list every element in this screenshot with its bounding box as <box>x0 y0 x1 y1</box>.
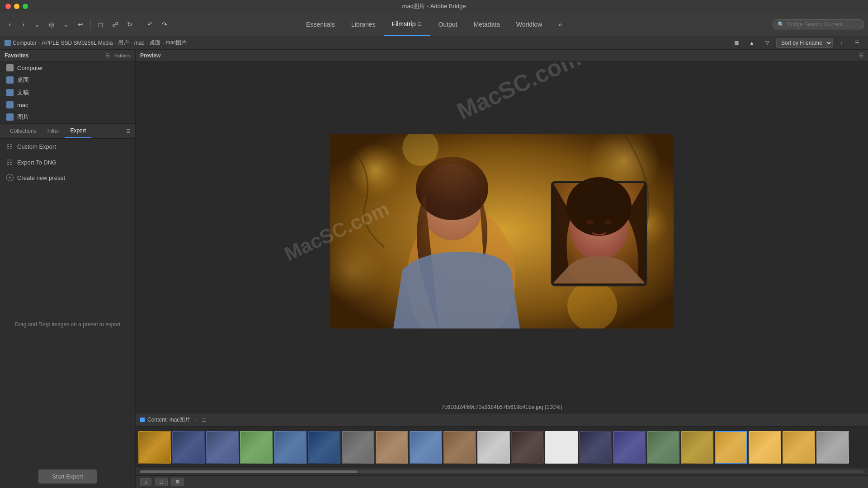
thumb-1[interactable] <box>138 431 171 464</box>
breadcrumb-controls: ▩ ▲ ▽ Sort by Filename ↑ ☰ <box>730 37 863 49</box>
filmstrip-menu-icon[interactable]: ☰ <box>417 21 422 27</box>
thumb-6[interactable] <box>308 431 340 464</box>
fav-pictures[interactable]: 图片 <box>0 111 135 123</box>
thumb-18[interactable] <box>749 431 781 464</box>
breadcrumb-sep-2: › <box>114 40 116 46</box>
toolbar-separator-2 <box>140 19 140 30</box>
pictures-fav-icon <box>6 113 14 121</box>
refresh-button[interactable]: ↻ <box>123 18 136 31</box>
tab-filter[interactable]: Filter <box>42 124 65 138</box>
thumb-3[interactable] <box>206 431 239 464</box>
create-preset-item[interactable]: + Create new preset <box>0 170 135 185</box>
start-export-button[interactable]: Start Export <box>38 469 97 483</box>
nav-workflow[interactable]: Workflow <box>508 13 550 36</box>
breadcrumb-pictures[interactable]: mac图片 <box>166 39 187 47</box>
maximize-button[interactable] <box>23 4 28 9</box>
bottom-btn-3[interactable]: ⚙ <box>171 478 184 486</box>
thumb-9[interactable] <box>410 431 442 464</box>
breadcrumb-mac[interactable]: mac <box>134 40 145 46</box>
nav-metadata[interactable]: Metadata <box>465 13 508 36</box>
thumb-15[interactable] <box>647 431 679 464</box>
undo-action[interactable]: ↶ <box>144 18 156 31</box>
search-box: 🔍 <box>773 19 864 29</box>
filter-button[interactable]: ▽ <box>761 37 774 49</box>
watermark-top: MacSC.com <box>453 62 585 125</box>
toolbar: ‹ › ⌄ ◎ ⌄ ↩ ◻ ☍ ↻ ↶ ↷ Essentials Librari… <box>0 13 868 36</box>
nav-output[interactable]: Output <box>430 13 465 36</box>
custom-export-item[interactable]: ☷ Custom Export <box>0 139 135 155</box>
breadcrumb-sep-1: › <box>38 40 40 46</box>
fav-computer[interactable]: Computer <box>0 62 135 74</box>
tab-collections[interactable]: Collections <box>5 124 42 138</box>
history-button[interactable]: ◎ <box>45 18 58 31</box>
view-stats-button[interactable]: ▩ <box>730 37 743 49</box>
thumb-19[interactable] <box>783 431 815 464</box>
breadcrumb-users[interactable]: 用户 <box>118 39 129 47</box>
content-area: Preview ☰ MacSC.com MacSC.com <box>136 50 868 488</box>
breadcrumb-ssd[interactable]: APPLE SSD SM0256L Media <box>42 40 113 46</box>
breadcrumb-desktop[interactable]: 桌面 <box>150 39 160 47</box>
main-layout: Favorites ☰ Folders Computer 桌面 文稿 mac <box>0 50 868 488</box>
preview-menu-icon[interactable]: ☰ <box>859 53 863 59</box>
thumb-12[interactable] <box>511 431 544 464</box>
breadcrumb: Computer › APPLE SSD SM0256L Media › 用户 … <box>0 36 868 50</box>
nav-dropdown[interactable]: ⌄ <box>31 18 43 31</box>
breadcrumb-computer[interactable]: Computer <box>5 40 37 46</box>
scrollbar-area[interactable] <box>136 468 868 475</box>
thumb-11[interactable] <box>477 431 510 464</box>
thumb-2[interactable] <box>172 431 205 464</box>
computer-fav-icon <box>6 64 14 71</box>
nav-essentials[interactable]: Essentials <box>298 13 343 36</box>
preview-image-area: MacSC.com MacSC.com <box>136 62 868 401</box>
documents-fav-icon <box>6 89 14 96</box>
sort-select[interactable]: Sort by Filename <box>776 38 833 48</box>
sort-direction[interactable]: ↑ <box>835 37 848 49</box>
bottom-btn-1[interactable]: ⌂ <box>140 478 151 486</box>
thumb-5[interactable] <box>274 431 307 464</box>
thumb-14[interactable] <box>613 431 646 464</box>
view-chart-button[interactable]: ▲ <box>745 37 758 49</box>
main-navigation: Essentials Libraries Filmstrip ☰ Output … <box>298 13 570 36</box>
close-button[interactable] <box>5 4 11 9</box>
thumb-8[interactable] <box>376 431 408 464</box>
camera-button[interactable]: ◻ <box>94 18 107 31</box>
view-options[interactable]: ☰ <box>851 37 863 49</box>
back-button[interactable]: ‹ <box>4 18 16 31</box>
scrollbar-thumb[interactable] <box>140 470 357 473</box>
favorites-menu-icon[interactable]: ☰ <box>105 53 110 59</box>
undo-button[interactable]: ↩ <box>74 18 87 31</box>
redo-action[interactable]: ↷ <box>158 18 171 31</box>
nav-filmstrip[interactable]: Filmstrip ☰ <box>384 13 430 36</box>
forward-button[interactable]: › <box>17 18 30 31</box>
fav-mac[interactable]: mac <box>0 99 135 111</box>
folders-tab[interactable]: Folders <box>114 53 131 58</box>
breadcrumb-sep-3: › <box>131 40 132 46</box>
thumb-16[interactable] <box>681 431 713 464</box>
thumb-4[interactable] <box>240 431 273 464</box>
thumb-white[interactable] <box>545 431 578 464</box>
browse-button[interactable]: ☍ <box>109 18 122 31</box>
thumb-7[interactable] <box>342 431 374 464</box>
bottom-btn-2[interactable]: ☷ <box>155 478 168 486</box>
thumb-20[interactable] <box>816 431 849 464</box>
thumb-13[interactable] <box>579 431 612 464</box>
nav-buttons: ‹ › ⌄ <box>4 18 43 31</box>
filmstrip[interactable] <box>136 427 868 468</box>
left-sidebar: Favorites ☰ Folders Computer 桌面 文稿 mac <box>0 50 136 488</box>
export-panel-menu[interactable]: ☰ <box>126 128 131 134</box>
history-dropdown[interactable]: ⌄ <box>60 18 72 31</box>
nav-libraries[interactable]: Libraries <box>343 13 384 36</box>
filmstrip-label: Content: mac图片 <box>140 416 190 424</box>
minimize-button[interactable] <box>14 4 19 9</box>
fav-desktop[interactable]: 桌面 <box>0 74 135 86</box>
tab-export[interactable]: Export <box>65 124 91 138</box>
nav-more[interactable]: » <box>550 13 570 36</box>
thumb-10[interactable] <box>443 431 476 464</box>
filmstrip-add-button[interactable]: + <box>194 416 198 423</box>
thumb-selected[interactable] <box>715 431 747 464</box>
filmstrip-menu-button[interactable]: ☰ <box>202 417 206 423</box>
export-dng-item[interactable]: ☷ Export To DNG <box>0 155 135 170</box>
fav-documents[interactable]: 文稿 <box>0 86 135 99</box>
search-input[interactable] <box>787 21 859 28</box>
title-bar: mac图片 - Adobe Bridge <box>0 0 868 13</box>
